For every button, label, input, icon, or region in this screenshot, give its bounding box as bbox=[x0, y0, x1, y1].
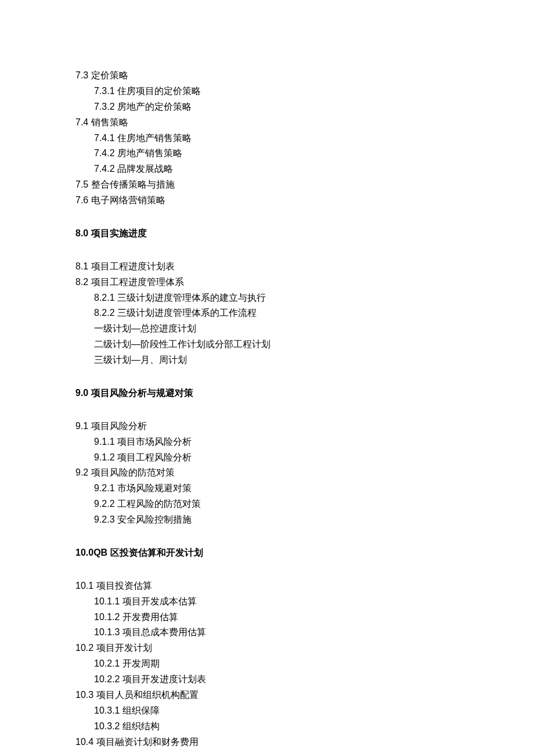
toc-entry: 7.3 定价策略 bbox=[75, 68, 459, 84]
toc-entry: 10.2 项目开发计划 bbox=[75, 640, 459, 656]
toc-entry: 10.3.1 组织保障 bbox=[94, 703, 459, 719]
toc-entry: 7.4.1 住房地产销售策略 bbox=[94, 131, 459, 146]
toc-entry: 二级计划—阶段性工作计划或分部工程计划 bbox=[94, 337, 459, 352]
toc-entry: 7.4.2 房地产销售策略 bbox=[94, 146, 459, 161]
toc-entry: 7.3.1 住房项目的定价策略 bbox=[94, 84, 459, 99]
toc-entry: 8.1 项目工程进度计划表 bbox=[75, 259, 459, 275]
toc-entry: 10.4 项目融资计划和财务费用 bbox=[75, 735, 459, 750]
toc-entry: 10.2.2 项目开发进度计划表 bbox=[94, 672, 459, 687]
toc-entry: 9.2.1 市场风险规避对策 bbox=[94, 481, 459, 496]
toc-section-8: 8.1 项目工程进度计划表 8.2 项目工程进度管理体系 8.2.1 三级计划进… bbox=[75, 259, 459, 368]
toc-entry: 9.2.3 安全风险控制措施 bbox=[94, 512, 459, 528]
toc-section-9: 9.1 项目风险分析 9.1.1 项目市场风险分析 9.1.2 项目工程风险分析… bbox=[75, 419, 459, 528]
toc-entry: 7.4 销售策略 bbox=[75, 115, 459, 131]
toc-entry: 7.3.2 房地产的定价策略 bbox=[94, 99, 459, 115]
toc-entry: 9.2.2 工程风险的防范对策 bbox=[94, 496, 459, 512]
toc-entry: 8.2 项目工程进度管理体系 bbox=[75, 275, 459, 290]
toc-entry: 10.1.3 项目总成本费用估算 bbox=[94, 625, 459, 640]
toc-entry: 10.3 项目人员和组织机构配置 bbox=[75, 687, 459, 703]
toc-entry: 8.2.1 三级计划进度管理体系的建立与执行 bbox=[94, 290, 459, 306]
toc-entry: 三级计划—月、周计划 bbox=[94, 352, 459, 368]
toc-section-10: 10.1 项目投资估算 10.1.1 项目开发成本估算 10.1.2 开发费用估… bbox=[75, 578, 459, 750]
toc-entry: 10.2.1 开发周期 bbox=[94, 656, 459, 672]
toc-entry: 9.2 项目风险的防范对策 bbox=[75, 465, 459, 481]
toc-section-7-continued: 7.3 定价策略 7.3.1 住房项目的定价策略 7.3.2 房地产的定价策略 … bbox=[75, 68, 459, 208]
section-heading-9: 9.0 项目风险分析与规避对策 bbox=[75, 386, 459, 401]
toc-entry: 10.1.1 项目开发成本估算 bbox=[94, 594, 459, 610]
toc-entry: 10.1.2 开发费用估算 bbox=[94, 610, 459, 625]
section-heading-8: 8.0 项目实施进度 bbox=[75, 226, 459, 242]
toc-entry: 9.1.1 项目市场风险分析 bbox=[94, 434, 459, 450]
toc-entry: 7.5 整合传播策略与措施 bbox=[75, 177, 459, 193]
toc-entry: 7.4.2 品牌发展战略 bbox=[94, 161, 459, 177]
toc-entry: 7.6 电子网络营销策略 bbox=[75, 193, 459, 208]
toc-entry: 10.1 项目投资估算 bbox=[75, 578, 459, 594]
section-heading-10: 10.0QB 区投资估算和开发计划 bbox=[75, 545, 459, 561]
toc-entry: 一级计划—总控进度计划 bbox=[94, 321, 459, 337]
toc-entry: 8.2.2 三级计划进度管理体系的工作流程 bbox=[94, 305, 459, 321]
toc-entry: 9.1.2 项目工程风险分析 bbox=[94, 450, 459, 466]
toc-entry: 9.1 项目风险分析 bbox=[75, 419, 459, 434]
toc-entry: 10.3.2 组织结构 bbox=[94, 719, 459, 735]
